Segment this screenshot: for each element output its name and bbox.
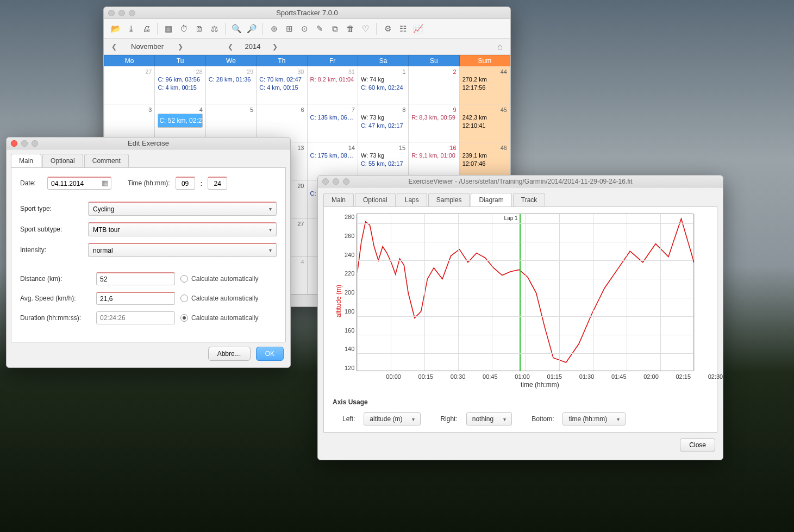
cal-event[interactable]: C: 70 km, 02:47 — [259, 76, 304, 84]
cal-day-cell[interactable]: 29C: 28 km, 01:36 — [205, 66, 256, 104]
time-mm-field[interactable] — [208, 177, 227, 190]
cal-day-cell[interactable]: 27 — [104, 66, 155, 104]
cal-event[interactable]: C: 4 km, 00:15 — [259, 84, 304, 92]
right-axis-select[interactable]: nothing — [466, 412, 512, 425]
note-icon[interactable]: 🗎 — [192, 22, 205, 35]
chart-icon[interactable]: 📈 — [411, 22, 424, 35]
delete-icon[interactable]: 🗑 — [343, 22, 357, 35]
avgspeed-field[interactable] — [96, 292, 175, 305]
cal-event[interactable]: C: 135 km, 06:… — [310, 114, 355, 122]
cal-event[interactable]: W: 74 kg — [361, 76, 405, 84]
calendar-picker-icon[interactable]: ▦ — [102, 179, 108, 187]
cal-day-cell[interactable]: 31R: 8,2 km, 01:04 — [307, 66, 358, 104]
cal-day-cell[interactable]: 8W: 73 kgC: 47 km, 02:17 — [358, 104, 408, 142]
close-button[interactable]: Close — [680, 438, 715, 452]
cal-event[interactable]: W: 73 kg — [361, 152, 405, 160]
zoom-icon[interactable] — [343, 178, 349, 185]
add-note-icon[interactable]: ⊞ — [283, 22, 296, 35]
cal-event[interactable]: W: 73 kg — [361, 114, 405, 122]
stopwatch-icon[interactable]: ⏱ — [177, 22, 190, 35]
home-icon[interactable]: ⌂ — [497, 42, 503, 52]
intensity-select[interactable]: normal — [88, 243, 277, 257]
distance-label: Distance (km): — [20, 275, 91, 283]
copy-icon[interactable]: ⧉ — [328, 22, 341, 35]
close-icon[interactable] — [322, 178, 329, 185]
bottom-axis-select[interactable]: time (hh:mm) — [562, 412, 626, 425]
titlebar[interactable]: SportsTracker 7.0.0 — [104, 7, 510, 19]
titlebar[interactable]: Edit Exercise — [7, 137, 290, 149]
cal-day-cell[interactable]: 6 — [257, 104, 307, 142]
distance-field[interactable] — [96, 272, 175, 285]
titlebar[interactable]: ExerciseViewer - /Users/stefan/Training/… — [318, 176, 723, 187]
weight-icon[interactable]: ⚖ — [208, 22, 221, 35]
cal-event[interactable]: R: 8,2 km, 01:04 — [310, 76, 355, 84]
cal-day-cell[interactable]: 28C: 96 km, 03:56C: 4 km, 00:15 — [155, 66, 205, 104]
axis-usage-heading: Axis Usage — [333, 398, 708, 406]
avgspeed-label: Avg. Speed (km/h): — [20, 295, 91, 302]
sliders-icon[interactable]: ☷ — [396, 22, 409, 35]
settings-icon[interactable]: ⚙ — [381, 22, 394, 35]
tab-diagram[interactable]: Diagram — [471, 193, 511, 206]
cal-sum-cell: 45242,3 km12:10:41 — [459, 104, 510, 142]
close-icon[interactable] — [11, 140, 17, 147]
cal-day-cell[interactable]: 7C: 135 km, 06:… — [307, 104, 358, 142]
cal-day-cell[interactable]: 16R: 9,1 km, 01:00 — [409, 142, 459, 180]
cal-day-cell[interactable]: 14C: 175 km, 08:… — [307, 142, 358, 180]
cal-event[interactable]: C: 52 km, 02:24 — [158, 114, 202, 128]
cal-day-cell[interactable]: 4C: 52 km, 02:24 — [155, 104, 205, 142]
prev-month-button[interactable]: ❮ — [108, 43, 120, 51]
cal-event[interactable]: C: 47 km, 02:17 — [361, 122, 405, 130]
cal-event[interactable]: C: 28 km, 01:36 — [209, 76, 253, 84]
print-icon[interactable]: 🖨 — [140, 22, 153, 35]
distance-autocalc-radio[interactable]: Calculate automatically — [180, 275, 258, 283]
cal-day-cell[interactable]: 1W: 74 kgC: 60 km, 02:24 — [358, 66, 408, 104]
zoom-in-icon[interactable]: 🔍 — [230, 22, 243, 35]
cal-day-cell[interactable]: 9R: 8,3 km, 00:59 — [409, 104, 459, 142]
sport-subtype-select[interactable]: MTB tour — [88, 222, 277, 236]
add-exercise-icon[interactable]: ⊕ — [267, 22, 280, 35]
zoom-icon[interactable] — [32, 140, 38, 147]
cancel-button[interactable]: Abbre… — [208, 347, 251, 361]
cal-event[interactable]: C: 96 km, 03:56 — [158, 76, 202, 84]
heart-icon[interactable]: ♡ — [359, 22, 372, 35]
minimize-icon[interactable] — [21, 140, 28, 147]
cal-day-cell[interactable]: 15W: 73 kgC: 55 km, 02:17 — [358, 142, 408, 180]
next-year-button[interactable]: ❯ — [269, 43, 281, 51]
next-month-button[interactable]: ❯ — [174, 43, 186, 51]
minimize-icon[interactable] — [333, 178, 339, 185]
tab-samples[interactable]: Samples — [428, 193, 470, 206]
left-axis-select[interactable]: altitude (m) — [364, 412, 421, 425]
minimize-icon[interactable] — [118, 10, 125, 16]
cal-event[interactable]: C: 55 km, 02:17 — [361, 160, 405, 168]
time-hh-field[interactable] — [176, 177, 195, 190]
cal-day-cell[interactable]: 2 — [409, 66, 459, 104]
open-icon[interactable]: 📂 — [109, 22, 122, 35]
zoom-out-icon[interactable]: 🔎 — [245, 22, 258, 35]
cal-event[interactable]: R: 9,1 km, 01:00 — [411, 152, 456, 160]
save-icon[interactable]: ⤓ — [124, 22, 137, 35]
edit-icon[interactable]: ✎ — [313, 22, 326, 35]
tab-main[interactable]: Main — [11, 154, 41, 167]
prev-year-button[interactable]: ❮ — [224, 43, 236, 51]
zoom-icon[interactable] — [129, 10, 135, 16]
cal-day-cell[interactable]: 30C: 70 km, 02:47C: 4 km, 00:15 — [257, 66, 307, 104]
cal-day-cell[interactable]: 5 — [205, 104, 256, 142]
tab-laps[interactable]: Laps — [397, 193, 427, 206]
tab-optional[interactable]: Optional — [42, 154, 83, 167]
cal-event[interactable]: C: 175 km, 08:… — [310, 152, 355, 160]
cal-day-cell[interactable]: 3 — [104, 104, 155, 142]
tab-optional[interactable]: Optional — [355, 193, 396, 206]
add-weight-icon[interactable]: ⊙ — [298, 22, 311, 35]
tab-main[interactable]: Main — [323, 193, 354, 206]
ok-button[interactable]: OK — [256, 347, 284, 361]
close-icon[interactable] — [108, 10, 115, 16]
cal-event[interactable]: R: 8,3 km, 00:59 — [411, 114, 456, 122]
calendar-icon[interactable]: ▦ — [162, 22, 175, 35]
duration-autocalc-radio[interactable]: Calculate automatically — [180, 314, 258, 322]
tab-comment[interactable]: Comment — [84, 154, 129, 167]
cal-event[interactable]: C: 60 km, 02:24 — [361, 84, 405, 92]
sport-type-select[interactable]: Cycling — [88, 202, 277, 216]
tab-track[interactable]: Track — [513, 193, 546, 206]
cal-event[interactable]: C: 4 km, 00:15 — [158, 84, 202, 92]
avgspeed-autocalc-radio[interactable]: Calculate automatically — [180, 295, 258, 302]
